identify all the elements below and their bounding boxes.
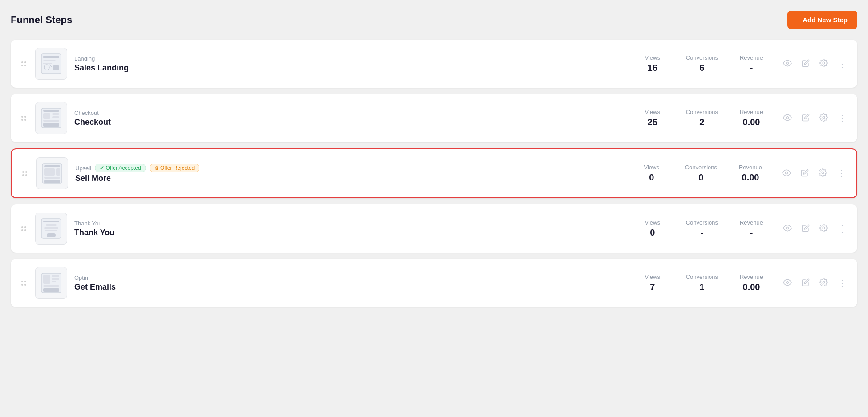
step-thumbnail [36, 157, 68, 189]
stat-conversions: Conversions 2 [686, 109, 718, 127]
step-name: Sales Landing [74, 63, 630, 73]
edit-icon[interactable] [800, 57, 811, 70]
views-label: Views [637, 219, 668, 226]
stat-revenue: Revenue - [736, 54, 767, 73]
views-label: Views [636, 164, 667, 171]
view-icon[interactable] [781, 222, 794, 236]
step-card-5: Optin Get Emails Views 7 Conversions 1 R… [11, 259, 857, 307]
more-options-icon[interactable]: ⋮ [835, 167, 848, 180]
svg-rect-14 [43, 120, 59, 122]
svg-rect-15 [43, 123, 59, 127]
step-actions: ⋮ [781, 222, 848, 236]
svg-point-25 [822, 172, 824, 174]
step-type: Thank You [74, 220, 630, 227]
views-label: Views [637, 54, 668, 61]
more-options-icon[interactable]: ⋮ [836, 222, 848, 235]
svg-rect-27 [43, 221, 59, 222]
step-info: Optin Get Emails [74, 274, 630, 292]
view-icon[interactable] [780, 167, 793, 180]
steps-list: Landing Sales Landing Views 16 Conversio… [11, 40, 857, 307]
svg-rect-23 [56, 168, 60, 176]
drag-handle[interactable] [20, 169, 29, 178]
svg-rect-3 [43, 63, 52, 64]
stat-conversions: Conversions 1 [686, 274, 718, 292]
svg-rect-40 [52, 281, 56, 282]
view-icon[interactable] [781, 276, 794, 290]
step-type-label: Optin [74, 274, 88, 281]
conversions-value: 0 [685, 172, 717, 183]
step-thumbnail [35, 102, 67, 134]
conversions-label: Conversions [686, 54, 718, 61]
step-type-label: Checkout [74, 110, 99, 116]
conversions-value: 1 [686, 282, 718, 292]
conversions-value: - [686, 228, 718, 238]
step-name: Checkout [74, 118, 630, 127]
svg-rect-2 [43, 60, 56, 61]
revenue-label: Revenue [736, 109, 767, 115]
add-new-step-button[interactable]: + Add New Step [787, 11, 857, 29]
view-icon[interactable] [781, 111, 794, 125]
revenue-value: - [736, 63, 767, 73]
svg-point-8 [823, 62, 825, 64]
svg-rect-12 [52, 113, 59, 115]
step-info: Checkout Checkout [74, 110, 630, 127]
step-card-3: Upsell ✔ Offer Accepted⊗ Offer Rejected … [11, 148, 857, 198]
badge-rejected: ⊗ Offer Rejected [150, 164, 199, 172]
svg-rect-30 [45, 230, 57, 231]
more-options-icon[interactable]: ⋮ [836, 112, 848, 124]
svg-point-24 [786, 172, 788, 174]
step-thumbnail [35, 48, 67, 80]
edit-icon[interactable] [800, 277, 811, 290]
drag-handle[interactable] [20, 279, 28, 287]
views-label: Views [637, 109, 668, 115]
svg-rect-11 [43, 113, 50, 119]
step-info: Upsell ✔ Offer Accepted⊗ Offer Rejected … [75, 164, 629, 183]
revenue-label: Revenue [736, 219, 767, 226]
svg-rect-19 [44, 165, 60, 167]
conversions-value: 6 [686, 63, 718, 73]
settings-icon[interactable] [818, 276, 830, 290]
svg-rect-1 [43, 56, 59, 58]
edit-icon[interactable] [799, 167, 811, 180]
svg-rect-29 [44, 227, 58, 229]
svg-rect-39 [52, 278, 59, 280]
step-name: Thank You [74, 228, 630, 237]
drag-handle[interactable] [20, 60, 28, 68]
step-type: Checkout [74, 110, 630, 116]
svg-rect-38 [52, 275, 59, 277]
more-options-icon[interactable]: ⋮ [836, 57, 848, 70]
step-type-label: Upsell [75, 165, 91, 172]
view-icon[interactable] [781, 57, 794, 71]
more-options-icon[interactable]: ⋮ [836, 277, 848, 289]
edit-icon[interactable] [800, 112, 811, 125]
step-name: Sell More [75, 174, 629, 183]
settings-icon[interactable] [818, 57, 830, 70]
step-stats: Views 7 Conversions 1 Revenue 0.00 [637, 274, 767, 292]
settings-icon[interactable] [818, 222, 830, 235]
step-card-4: Thank You Thank You Views 0 Conversions … [11, 204, 857, 253]
views-value: 25 [637, 117, 668, 127]
svg-point-33 [823, 227, 825, 229]
svg-rect-10 [43, 110, 59, 112]
revenue-value: 0.00 [736, 282, 767, 292]
step-stats: Views 0 Conversions 0 Revenue 0.00 [636, 164, 766, 183]
svg-point-16 [787, 116, 789, 119]
stat-views: Views 0 [636, 164, 667, 183]
stat-revenue: Revenue - [736, 219, 767, 238]
drag-handle[interactable] [20, 225, 28, 233]
step-stats: Views 0 Conversions - Revenue - [637, 219, 767, 238]
views-label: Views [637, 274, 668, 280]
settings-icon[interactable] [817, 167, 829, 180]
svg-rect-31 [47, 233, 56, 237]
step-type-label: Thank You [74, 220, 101, 227]
drag-handle[interactable] [20, 114, 28, 123]
step-info: Thank You Thank You [74, 220, 630, 237]
step-actions: ⋮ [781, 111, 848, 125]
conversions-label: Conversions [686, 274, 718, 280]
step-type-label: Landing [74, 55, 95, 62]
step-name: Get Emails [74, 282, 630, 292]
edit-icon[interactable] [800, 222, 811, 235]
settings-icon[interactable] [818, 111, 830, 125]
step-thumbnail [35, 267, 67, 299]
svg-rect-4 [53, 65, 59, 70]
